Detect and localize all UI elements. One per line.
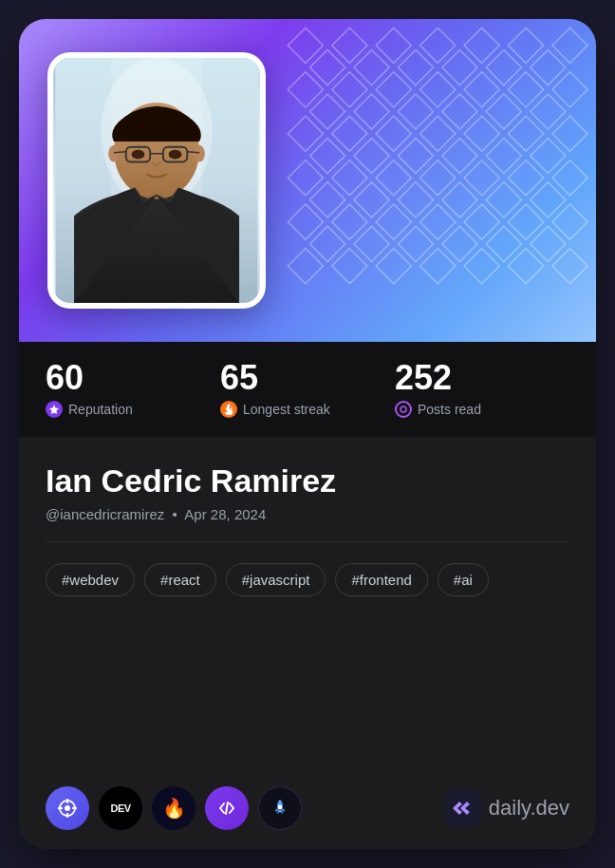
posts-value: 252 bbox=[395, 361, 569, 395]
stats-bar: 60 Reputation 65 Longest streak 252 bbox=[19, 342, 596, 437]
tag-webdev[interactable]: #webdev bbox=[46, 563, 135, 596]
daily-dev-logo-icon bbox=[445, 790, 481, 826]
svg-point-15 bbox=[401, 406, 406, 412]
svg-point-17 bbox=[65, 805, 70, 811]
brand-name: daily.dev bbox=[489, 796, 569, 821]
profile-name: Ian Cedric Ramirez bbox=[46, 463, 569, 499]
profile-handle: @iancedricramirez bbox=[46, 506, 164, 522]
streak-label: Longest streak bbox=[243, 402, 330, 417]
crosshair-icon[interactable] bbox=[46, 786, 89, 830]
divider bbox=[46, 541, 569, 542]
stat-reputation: 60 Reputation bbox=[46, 361, 220, 418]
brand-name-text: daily bbox=[489, 796, 531, 820]
svg-point-6 bbox=[194, 145, 205, 162]
reputation-label: Reputation bbox=[68, 402, 133, 417]
svg-line-22 bbox=[226, 802, 228, 814]
hero-section: .d{fill:none;stroke:rgba(255,255,255,0.3… bbox=[19, 19, 596, 342]
tag-frontend[interactable]: #frontend bbox=[335, 563, 427, 596]
social-row: DEV 🔥 bbox=[46, 777, 569, 830]
freecodecamp-icon[interactable]: 🔥 bbox=[152, 786, 196, 830]
streak-value: 65 bbox=[220, 361, 395, 395]
reputation-label-row: Reputation bbox=[46, 401, 220, 418]
posts-label-row: Posts read bbox=[395, 401, 569, 418]
svg-point-12 bbox=[132, 150, 145, 160]
code-icon[interactable] bbox=[205, 786, 249, 830]
background-pattern: .d{fill:none;stroke:rgba(255,255,255,0.3… bbox=[279, 19, 596, 342]
svg-line-11 bbox=[187, 152, 199, 153]
dev-icon[interactable]: DEV bbox=[99, 786, 142, 830]
svg-point-23 bbox=[278, 805, 283, 810]
tag-javascript[interactable]: #javascript bbox=[226, 563, 326, 596]
rocket-icon[interactable] bbox=[258, 786, 302, 830]
tags-section: #webdev #react #javascript #frontend #ai bbox=[46, 563, 569, 596]
streak-label-row: Longest streak bbox=[220, 401, 395, 418]
posts-icon bbox=[395, 401, 412, 418]
stat-posts: 252 Posts read bbox=[395, 361, 569, 418]
svg-point-5 bbox=[108, 145, 120, 162]
avatar bbox=[53, 58, 260, 303]
reputation-icon bbox=[46, 401, 63, 418]
svg-point-13 bbox=[169, 150, 182, 160]
tag-ai[interactable]: #ai bbox=[438, 563, 489, 596]
profile-joined: Apr 28, 2024 bbox=[184, 506, 266, 522]
tag-react[interactable]: #react bbox=[144, 563, 216, 596]
profile-meta: @iancedricramirez • Apr 28, 2024 bbox=[46, 506, 569, 522]
svg-line-10 bbox=[114, 152, 126, 153]
profile-section: Ian Cedric Ramirez @iancedricramirez • A… bbox=[19, 437, 596, 849]
reputation-value: 60 bbox=[46, 361, 220, 395]
brand-logo: daily.dev bbox=[445, 790, 569, 826]
svg-marker-14 bbox=[49, 405, 59, 414]
posts-label: Posts read bbox=[418, 402, 481, 417]
social-icons: DEV 🔥 bbox=[46, 786, 302, 830]
avatar-wrapper bbox=[47, 52, 266, 309]
streak-icon bbox=[220, 401, 237, 418]
stat-streak: 65 Longest streak bbox=[220, 361, 395, 418]
brand-suffix-text: .dev bbox=[530, 796, 569, 820]
profile-card: .d{fill:none;stroke:rgba(255,255,255,0.3… bbox=[19, 19, 596, 849]
